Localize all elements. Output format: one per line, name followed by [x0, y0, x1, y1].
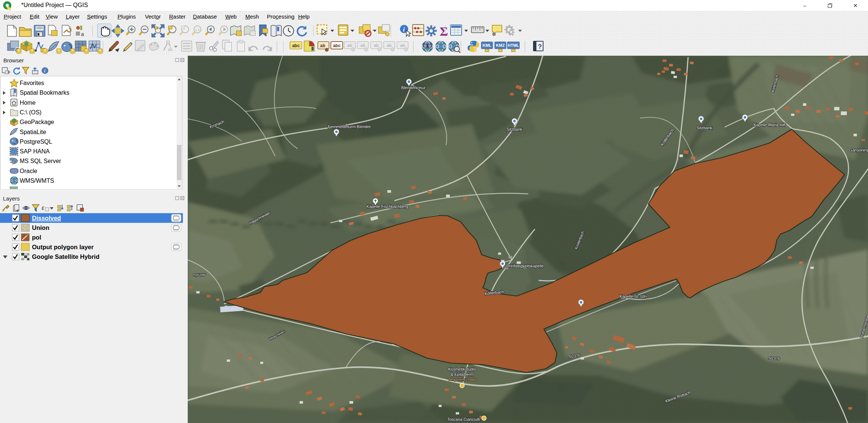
svg-text:SAP HANA: SAP HANA [20, 148, 50, 154]
svg-text:PostgreSQL: PostgreSQL [20, 139, 52, 145]
svg-text:WMS/WMTS: WMS/WMTS [20, 178, 54, 184]
svg-text:i: i [44, 68, 46, 74]
svg-text:Kapelle Fischbachberg: Kapelle Fischbachberg [367, 204, 408, 209]
svg-text:abc: abc [292, 43, 300, 48]
svg-text:1:1: 1:1 [195, 28, 200, 32]
svg-text:*: * [18, 49, 20, 53]
svg-text:abc: abc [333, 43, 341, 48]
svg-text:ab: ab [387, 43, 392, 48]
svg-text:Kosmetikstudio: Kosmetikstudio [448, 367, 476, 371]
svg-text:Oracle: Oracle [20, 168, 37, 174]
svg-text:?: ? [538, 43, 542, 50]
svg-text:Browser: Browser [3, 57, 24, 64]
svg-text:Layers: Layers [3, 195, 20, 202]
svg-text:Dissolved: Dissolved [32, 215, 61, 221]
svg-text:*: * [85, 49, 87, 53]
svg-text:Sitzbank: Sitzbank [507, 127, 523, 131]
svg-text:ab: ab [320, 43, 325, 48]
svg-text:HTML: HTML [508, 43, 519, 48]
svg-text:Google Satellite Hybrid: Google Satellite Hybrid [32, 253, 100, 260]
svg-text:Union: Union [32, 224, 49, 231]
svg-text:Dreifaltigkeitskapelle: Dreifaltigkeitskapelle [506, 264, 544, 268]
svg-text:& EpilaDerm: & EpilaDerm [451, 372, 474, 377]
svg-text:Σ: Σ [440, 25, 448, 38]
svg-text:Sitzbank: Sitzbank [697, 126, 713, 130]
svg-text:ab: ab [348, 43, 352, 48]
svg-text:ab: ab [361, 43, 365, 48]
svg-text:*: * [99, 49, 101, 53]
svg-text:Home: Home [20, 100, 36, 106]
svg-text:i: i [403, 26, 405, 33]
svg-text:Ganyoning T: Ganyoning T [849, 148, 868, 152]
svg-text:KMZ: KMZ [496, 43, 505, 48]
svg-text:MS SQL Server: MS SQL Server [20, 158, 61, 164]
svg-text:a: a [81, 31, 84, 37]
svg-text:myr VW: myr VW [193, 273, 205, 277]
svg-text:KML: KML [483, 43, 491, 48]
svg-text:*: * [72, 49, 74, 53]
svg-text:Toscana Cianciulli: Toscana Cianciulli [447, 417, 480, 422]
svg-text:Kapelle St. Ulri: Kapelle St. Ulri [620, 294, 647, 299]
svg-text:pol: pol [32, 234, 41, 241]
svg-text:ab: ab [374, 43, 379, 48]
svg-text:Spatial Bookmarks: Spatial Bookmarks [20, 90, 69, 96]
svg-text:ε: ε [42, 205, 45, 211]
svg-text:Fernmeldeturm Blender: Fernmeldeturm Blender [328, 124, 371, 129]
svg-text:Favorites: Favorites [20, 80, 44, 86]
svg-text:Temporarily closed: Temporarily closed [448, 378, 476, 381]
svg-text:GeoPackage: GeoPackage [20, 119, 54, 125]
svg-text:ab: ab [400, 43, 405, 48]
svg-text:*: * [44, 49, 46, 53]
svg-text:*: * [31, 49, 33, 53]
svg-text:*: * [58, 49, 60, 53]
svg-text:St2376: St2376 [768, 356, 780, 361]
svg-text:Blenderkreuz: Blenderkreuz [401, 85, 426, 90]
svg-text:Output polygon layer: Output polygon layer [32, 244, 94, 250]
svg-text:SpatiaLite: SpatiaLite [20, 129, 46, 135]
svg-text:Kapelle Maria Hilf: Kapelle Maria Hilf [754, 123, 786, 127]
svg-text:C:\ (OS): C:\ (OS) [20, 109, 42, 115]
